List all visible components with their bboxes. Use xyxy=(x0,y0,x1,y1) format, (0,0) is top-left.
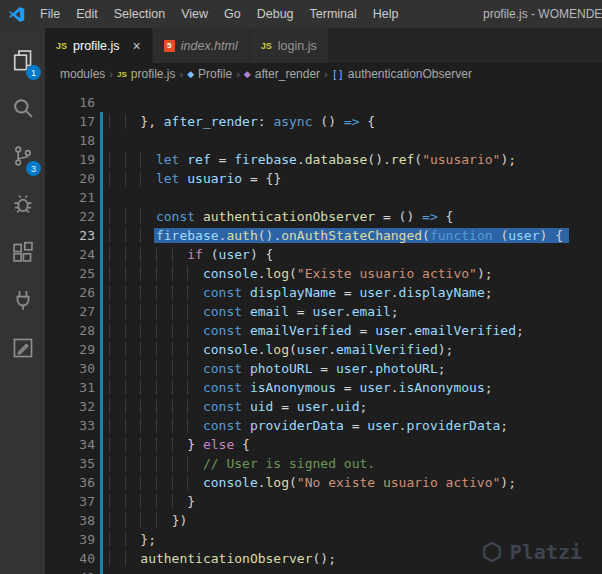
code-text[interactable]: console.log("No existe usuario activo"); xyxy=(109,473,602,492)
menu-help[interactable]: Help xyxy=(365,0,407,28)
code-text[interactable]: const photoURL = user.photoURL; xyxy=(109,359,602,378)
line-number[interactable]: 30 xyxy=(45,359,95,378)
code-text[interactable]: }) xyxy=(109,511,602,530)
line-number[interactable]: 36 xyxy=(45,473,95,492)
code-line[interactable]: 35 // User is signed out. xyxy=(45,454,602,473)
code-line[interactable]: 39 }; xyxy=(45,530,602,549)
menu-debug[interactable]: Debug xyxy=(249,0,302,28)
code-text[interactable] xyxy=(109,131,602,150)
code-line[interactable]: 33 const providerData = user.providerDat… xyxy=(45,416,602,435)
code-text[interactable]: // User is signed out. xyxy=(109,454,602,473)
menu-edit[interactable]: Edit xyxy=(68,0,106,28)
code-line[interactable]: 27 const email = user.email; xyxy=(45,302,602,321)
line-number[interactable]: 21 xyxy=(45,188,95,207)
code-text[interactable] xyxy=(109,93,602,112)
activity-extensions[interactable] xyxy=(0,228,45,276)
breadcrumb-item-modules[interactable]: modules xyxy=(60,67,105,81)
code-text[interactable]: }; xyxy=(109,530,602,549)
code-text[interactable]: const emailVerified = user.emailVerified… xyxy=(109,321,602,340)
code-line[interactable]: 41 xyxy=(45,568,602,574)
code-text[interactable] xyxy=(109,188,602,207)
code-line[interactable]: 20 let usuario = {} xyxy=(45,169,602,188)
code-text[interactable]: if (user) { xyxy=(109,245,602,264)
line-number[interactable]: 27 xyxy=(45,302,95,321)
activity-plug[interactable] xyxy=(0,276,45,324)
activity-explorer[interactable]: 1 xyxy=(0,36,45,84)
line-number[interactable]: 38 xyxy=(45,511,95,530)
code-line[interactable]: 29 console.log(user.emailVerified); xyxy=(45,340,602,359)
line-number[interactable]: 20 xyxy=(45,169,95,188)
menu-go[interactable]: Go xyxy=(216,0,249,28)
code-line[interactable]: 21 xyxy=(45,188,602,207)
code-line[interactable]: 30 const photoURL = user.photoURL; xyxy=(45,359,602,378)
code-line[interactable]: 31 const isAnonymous = user.isAnonymous; xyxy=(45,378,602,397)
code-text[interactable]: firebase.auth().onAuthStateChanged(funct… xyxy=(109,226,602,245)
code-text[interactable]: let usuario = {} xyxy=(109,169,602,188)
code-text[interactable]: const authenticationObserver = () => { xyxy=(109,207,602,226)
line-number[interactable]: 29 xyxy=(45,340,95,359)
line-number[interactable]: 35 xyxy=(45,454,95,473)
code-text[interactable]: } else { xyxy=(109,435,602,454)
code-editor[interactable]: 1617 }, after_render: async () => {1819 … xyxy=(45,85,602,574)
code-line[interactable]: 40 authenticationObserver(); xyxy=(45,549,602,568)
code-text[interactable] xyxy=(109,568,602,574)
line-number[interactable]: 39 xyxy=(45,530,95,549)
breadcrumb-item-authentication-observer[interactable]: [] authenticationObserver xyxy=(332,67,472,81)
code-text[interactable]: const isAnonymous = user.isAnonymous; xyxy=(109,378,602,397)
line-number[interactable]: 41 xyxy=(45,568,95,574)
tab-profile-js[interactable]: JS profile.js × xyxy=(45,28,153,63)
code-line[interactable]: 19 let ref = firebase.database().ref("us… xyxy=(45,150,602,169)
code-line[interactable]: 28 const emailVerified = user.emailVerif… xyxy=(45,321,602,340)
close-icon[interactable]: × xyxy=(133,39,141,53)
code-line[interactable]: 36 console.log("No existe usuario activo… xyxy=(45,473,602,492)
code-line[interactable]: 25 console.log("Existe usuario activo"); xyxy=(45,264,602,283)
code-line[interactable]: 26 const displayName = user.displayName; xyxy=(45,283,602,302)
code-line[interactable]: 16 xyxy=(45,93,602,112)
code-text[interactable]: }, after_render: async () => { xyxy=(109,112,602,131)
line-number[interactable]: 37 xyxy=(45,492,95,511)
activity-debug[interactable] xyxy=(0,180,45,228)
line-number[interactable]: 33 xyxy=(45,416,95,435)
code-line[interactable]: 34 } else { xyxy=(45,435,602,454)
code-text[interactable]: } xyxy=(109,492,602,511)
code-text[interactable]: console.log(user.emailVerified); xyxy=(109,340,602,359)
activity-edit[interactable] xyxy=(0,324,45,372)
line-number[interactable]: 18 xyxy=(45,131,95,150)
tab-index-html[interactable]: 5 index.html xyxy=(153,28,250,63)
line-number[interactable]: 25 xyxy=(45,264,95,283)
line-number[interactable]: 23 xyxy=(45,226,95,245)
code-text[interactable]: authenticationObserver(); xyxy=(109,549,602,568)
code-line[interactable]: 17 }, after_render: async () => { xyxy=(45,112,602,131)
line-number[interactable]: 16 xyxy=(45,93,95,112)
code-line[interactable]: 22 const authenticationObserver = () => … xyxy=(45,207,602,226)
breadcrumb-item-profile-symbol[interactable]: ◆ Profile xyxy=(187,67,232,81)
code-line[interactable]: 38 }) xyxy=(45,511,602,530)
code-line[interactable]: 32 const uid = user.uid; xyxy=(45,397,602,416)
line-number[interactable]: 32 xyxy=(45,397,95,416)
line-number[interactable]: 26 xyxy=(45,283,95,302)
breadcrumb-item-after-render[interactable]: ◆ after_render xyxy=(244,67,320,81)
code-text[interactable]: console.log("Existe usuario activo"); xyxy=(109,264,602,283)
line-number[interactable]: 31 xyxy=(45,378,95,397)
tab-login-js[interactable]: JS login.js xyxy=(250,28,329,63)
code-text[interactable]: const email = user.email; xyxy=(109,302,602,321)
line-number[interactable]: 19 xyxy=(45,150,95,169)
code-line[interactable]: 23 firebase.auth().onAuthStateChanged(fu… xyxy=(45,226,602,245)
line-number[interactable]: 28 xyxy=(45,321,95,340)
code-line[interactable]: 37 } xyxy=(45,492,602,511)
activity-source-control[interactable]: 3 xyxy=(0,132,45,180)
code-line[interactable]: 24 if (user) { xyxy=(45,245,602,264)
code-text[interactable]: let ref = firebase.database().ref("ususa… xyxy=(109,150,602,169)
menu-file[interactable]: File xyxy=(32,0,68,28)
breadcrumb-item-profile-js[interactable]: JS profile.js xyxy=(117,67,175,81)
menu-view[interactable]: View xyxy=(173,0,216,28)
code-text[interactable]: const providerData = user.providerData; xyxy=(109,416,602,435)
menu-terminal[interactable]: Terminal xyxy=(302,0,365,28)
code-text[interactable]: const uid = user.uid; xyxy=(109,397,602,416)
line-number[interactable]: 34 xyxy=(45,435,95,454)
code-line[interactable]: 18 xyxy=(45,131,602,150)
line-number[interactable]: 17 xyxy=(45,112,95,131)
line-number[interactable]: 40 xyxy=(45,549,95,568)
code-text[interactable]: const displayName = user.displayName; xyxy=(109,283,602,302)
activity-search[interactable] xyxy=(0,84,45,132)
